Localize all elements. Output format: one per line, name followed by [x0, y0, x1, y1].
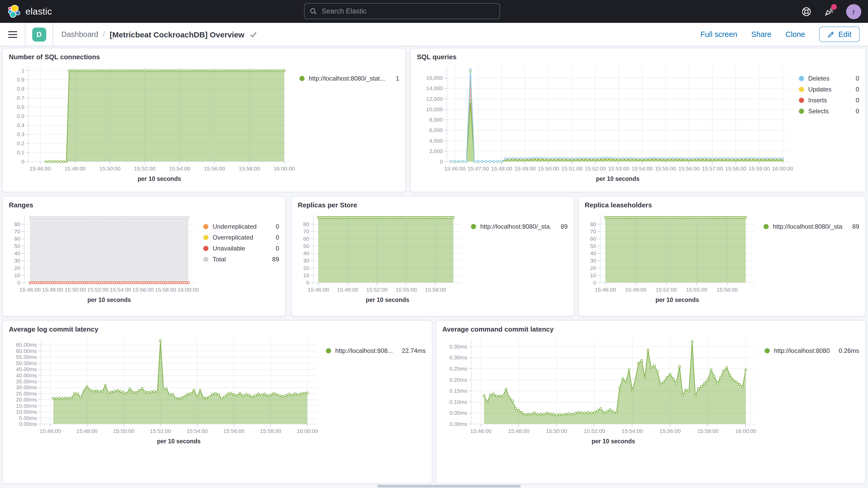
svg-text:15.00ms: 15.00ms	[16, 403, 37, 409]
svg-text:0.4: 0.4	[17, 122, 25, 128]
legend-item[interactable]: http://localhost:8080/_sta...89	[764, 221, 859, 232]
legend-value: 0	[271, 223, 279, 230]
toolbar-actions: Full screen Share Clone Edit	[701, 27, 868, 42]
legend-item[interactable]: Total89	[203, 254, 279, 265]
svg-text:0.35ms: 0.35ms	[450, 343, 467, 349]
legend-item[interactable]: http://localhost:808...22.74ms	[326, 345, 426, 356]
svg-text:25.00ms: 25.00ms	[16, 391, 37, 397]
panel-title[interactable]: Replica leaseholders	[585, 200, 859, 210]
svg-text:0.25ms: 0.25ms	[450, 366, 467, 372]
legend-item[interactable]: http://localhost:8080...0.26ms	[765, 345, 859, 356]
svg-text:0.8: 0.8	[17, 86, 24, 92]
legend-item[interactable]: Updates0	[799, 84, 859, 95]
svg-text:15:48:00: 15:48:00	[64, 165, 86, 172]
breadcrumb-separator: /	[103, 30, 105, 38]
legend-swatch-icon	[203, 235, 209, 240]
svg-text:55.00ms: 55.00ms	[16, 354, 37, 360]
help-button[interactable]	[800, 6, 812, 17]
legend-item[interactable]: Deletes0	[799, 73, 859, 84]
nav-left: D Dashboard / [Metricbeat CockroachDB] O…	[0, 23, 257, 46]
svg-text:15:48:00: 15:48:00	[491, 165, 512, 172]
panel-title[interactable]: Number of SQL connections	[9, 52, 399, 62]
space-switcher[interactable]: D	[26, 23, 53, 46]
legend-item[interactable]: http://localhost:8080/_sta...89	[471, 221, 567, 232]
svg-text:15:46:00: 15:46:00	[20, 286, 41, 293]
svg-text:35.00ms: 35.00ms	[16, 378, 37, 384]
panel-title[interactable]: Replicas per Store	[298, 200, 567, 210]
legend-label: Selects	[808, 107, 829, 115]
legend-item[interactable]: Inserts0	[799, 95, 859, 105]
svg-text:15:46:00: 15:46:00	[40, 428, 61, 434]
panel-title[interactable]: Ranges	[9, 200, 279, 210]
svg-text:60: 60	[14, 236, 20, 242]
horizontal-scrollbar[interactable]	[377, 485, 521, 487]
svg-text:15:46:00: 15:46:00	[470, 428, 492, 434]
saved-check-button[interactable]	[249, 30, 257, 38]
svg-text:0: 0	[440, 158, 443, 164]
share-button[interactable]: Share	[751, 30, 771, 38]
svg-text:14,000: 14,000	[426, 85, 443, 91]
svg-text:15:52:00: 15:52:00	[134, 165, 155, 172]
check-icon	[249, 30, 257, 38]
chart-area[interactable]: 15:46:0015:48:0015:50:0015:52:0015:54:00…	[9, 335, 324, 448]
chart-legend: http://localhost:808...22.74ms	[324, 335, 426, 448]
panel-title[interactable]: Average command commit latency	[442, 324, 859, 334]
chart-area[interactable]: 15:46:0015:49:0015:52:0015:55:0015:58:00…	[585, 211, 762, 307]
panel-title[interactable]: SQL queries	[417, 52, 859, 62]
svg-text:per 10 seconds: per 10 seconds	[87, 297, 131, 303]
svg-text:per 10 seconds: per 10 seconds	[137, 175, 181, 182]
svg-text:2,000: 2,000	[429, 148, 443, 154]
svg-text:15:58:00: 15:58:00	[425, 286, 446, 293]
svg-text:16:00:00: 16:00:00	[178, 286, 199, 293]
legend-item[interactable]: Unavailable0	[203, 243, 279, 254]
svg-text:30: 30	[590, 257, 596, 264]
global-search[interactable]	[304, 3, 500, 19]
legend-item[interactable]: Underreplicated0	[203, 221, 279, 232]
svg-text:0.1: 0.1	[17, 149, 24, 155]
svg-text:60: 60	[590, 236, 596, 242]
breadcrumb: Dashboard / [Metricbeat CockroachDB] Ove…	[61, 30, 257, 39]
menu-button[interactable]	[0, 23, 25, 46]
svg-text:0.15ms: 0.15ms	[450, 388, 467, 394]
brand-name: elastic	[26, 6, 52, 17]
clone-button[interactable]: Clone	[785, 30, 805, 38]
legend-item[interactable]: http://localhost:8080/_stat...1	[299, 73, 399, 84]
legend-item[interactable]: Selects0	[799, 105, 859, 116]
chart-area[interactable]: 15:46:0015:49:0015:52:0015:55:0015:58:00…	[298, 211, 469, 307]
breadcrumb-dashboard[interactable]: Dashboard	[61, 30, 98, 38]
svg-text:15:52:00: 15:52:00	[366, 286, 388, 293]
legend-value: 0	[850, 74, 859, 82]
svg-text:6,000: 6,000	[429, 127, 443, 133]
chart-area[interactable]: 15:46:0015:48:0015:50:0015:52:0015:54:00…	[9, 62, 297, 186]
search-input[interactable]	[317, 7, 494, 16]
svg-text:15:56:00: 15:56:00	[132, 286, 154, 293]
edit-button[interactable]: Edit	[819, 27, 860, 42]
svg-text:50: 50	[14, 243, 20, 249]
svg-text:15:58:00: 15:58:00	[260, 428, 281, 434]
svg-text:40: 40	[590, 250, 596, 256]
avatar[interactable]: r	[846, 4, 861, 19]
news-feed-button[interactable]	[823, 6, 835, 17]
elastic-logo[interactable]: elastic	[0, 5, 52, 18]
svg-text:15:48:00: 15:48:00	[508, 428, 529, 434]
chart-area[interactable]: 15:46:0015:47:0015:48:0015:49:0015:50:00…	[417, 62, 797, 186]
legend-swatch-icon	[799, 109, 804, 114]
svg-text:15:58:00: 15:58:00	[155, 286, 177, 293]
panel-average-log-commit-latency: Average log commit latency 15:46:0015:48…	[2, 320, 432, 484]
svg-text:15:54:00: 15:54:00	[622, 428, 643, 434]
full-screen-button[interactable]: Full screen	[701, 30, 737, 38]
svg-text:15:49:00: 15:49:00	[625, 286, 647, 293]
svg-text:16:00:00: 16:00:00	[297, 428, 318, 434]
legend-item[interactable]: Overreplicated0	[203, 232, 279, 243]
svg-text:15:46:00: 15:46:00	[30, 165, 51, 172]
svg-text:15:49:00: 15:49:00	[515, 165, 536, 172]
elastic-logo-icon	[7, 5, 21, 18]
svg-text:15:55:00: 15:55:00	[686, 286, 707, 293]
svg-text:40.00ms: 40.00ms	[16, 372, 37, 378]
legend-value: 0	[271, 245, 279, 252]
chart-area[interactable]: 15:46:0015:48:0015:50:0015:52:0015:54:00…	[9, 211, 201, 307]
panel-title[interactable]: Average log commit latency	[9, 324, 426, 334]
chart-legend: http://localhost:8080/_sta...89	[469, 211, 567, 307]
svg-text:10: 10	[303, 272, 309, 278]
chart-area[interactable]: 15:46:0015:48:0015:50:0015:52:0015:54:00…	[442, 335, 763, 448]
